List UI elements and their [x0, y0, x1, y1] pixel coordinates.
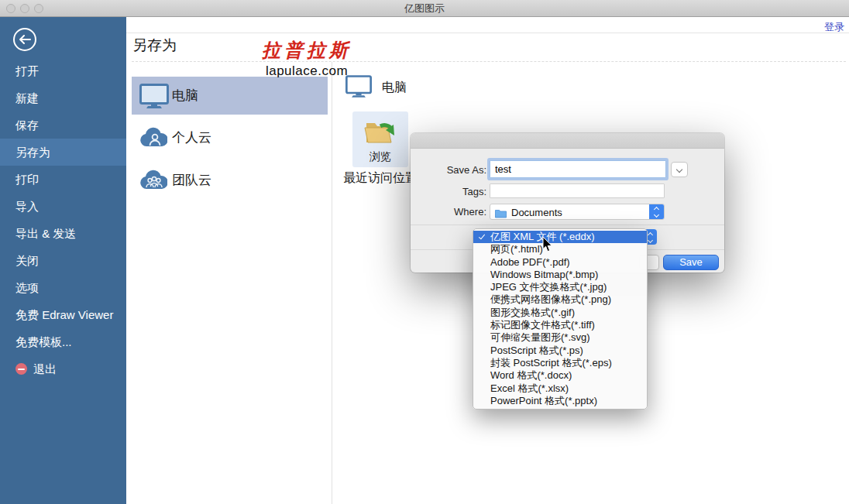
- title-bar: 亿图图示: [0, 0, 849, 17]
- sidebar-item-label: 关闭: [15, 247, 39, 274]
- format-option-label: PostScript 格式(*.ps): [490, 345, 583, 356]
- file-format-menu: 亿图 XML 文件 (*.eddx) 网页(*.html) Adobe PDF(…: [473, 228, 648, 410]
- sidebar-item-free-viewer[interactable]: 免费 Edraw Viewer: [0, 301, 126, 328]
- sidebar-item-print[interactable]: 打印: [0, 166, 126, 193]
- watermark-text-cn: 拉普拉斯: [241, 38, 373, 63]
- format-option-label: JPEG 文件交换格式(*.jpg): [490, 281, 607, 293]
- sidebar-item-save-as[interactable]: 另存为: [0, 139, 126, 166]
- panel-divider: [332, 62, 332, 504]
- location-item-computer[interactable]: 电脑: [132, 77, 328, 115]
- format-option-label: 网页(*.html): [490, 243, 543, 255]
- format-option-docx[interactable]: Word 格式(*.docx): [473, 369, 647, 382]
- sidebar-item-label: 退出: [33, 355, 57, 382]
- location-item-team-cloud[interactable]: 团队云: [132, 162, 328, 197]
- where-select[interactable]: Documents: [490, 204, 665, 220]
- format-option-label: Adobe PDF(*.pdf): [490, 256, 570, 268]
- save-as-label: Save As:: [412, 164, 486, 176]
- sidebar-item-label: 打印: [15, 166, 39, 193]
- expand-dialog-button[interactable]: [671, 162, 688, 177]
- format-option-png[interactable]: 便携式网络图像格式(*.png): [473, 293, 647, 306]
- sidebar-item-label: 另存为: [15, 139, 50, 166]
- tags-label: Tags:: [412, 186, 486, 197]
- location-label: 电脑: [172, 87, 198, 105]
- format-option-xlsx[interactable]: Excel 格式(*.xlsx): [473, 382, 647, 395]
- sidebar-item-close[interactable]: 关闭: [0, 247, 126, 274]
- team-cloud-icon: [139, 170, 172, 190]
- dialog-title-bar: [411, 133, 724, 149]
- sidebar-item-label: 免费模板...: [15, 328, 72, 355]
- location-item-personal-cloud[interactable]: 个人云: [132, 119, 328, 155]
- window-title: 亿图图示: [0, 0, 849, 17]
- sidebar-item-save[interactable]: 保存: [0, 111, 126, 139]
- sidebar-item-open[interactable]: 打开: [0, 57, 126, 84]
- header-divider: [126, 33, 849, 33]
- sidebar-item-quit[interactable]: 退出: [0, 355, 126, 382]
- sidebar-item-label: 打开: [15, 57, 39, 84]
- sidebar-item-label: 新建: [15, 84, 39, 111]
- format-option-pdf[interactable]: Adobe PDF(*.pdf): [473, 256, 647, 269]
- sidebar-item-free-templates[interactable]: 免费模板...: [0, 328, 126, 355]
- page-title: 另存为: [132, 36, 177, 56]
- save-button[interactable]: Save: [663, 255, 719, 270]
- format-option-label: Word 格式(*.docx): [490, 369, 572, 381]
- format-option-bmp[interactable]: Windows Bitmap(*.bmp): [473, 269, 647, 281]
- watermark-text-url: lapulace.com: [241, 63, 373, 79]
- format-option-label: Windows Bitmap(*.bmp): [490, 269, 598, 280]
- sidebar-item-label: 保存: [15, 111, 39, 139]
- where-value: Documents: [511, 207, 562, 218]
- sidebar-item-export-send[interactable]: 导出 & 发送: [0, 220, 126, 247]
- sidebar-item-options[interactable]: 选项: [0, 274, 126, 301]
- format-option-svg[interactable]: 可伸缩矢量图形(*.svg): [473, 331, 647, 344]
- app-window: 亿图图示 打开 新建 保存 另存为 打印 导入 导出 & 发送 关闭 选项 免费…: [0, 0, 849, 504]
- format-option-label: 标记图像文件格式(*.tiff): [490, 319, 595, 331]
- stepper-icon: [649, 204, 664, 219]
- format-option-html[interactable]: 网页(*.html): [473, 243, 647, 255]
- browse-button-label: 浏览: [352, 150, 408, 164]
- format-option-eddx[interactable]: 亿图 XML 文件 (*.eddx): [473, 231, 647, 243]
- checkmark-icon: [479, 233, 485, 240]
- dialog-divider: [411, 225, 724, 225]
- recent-locations-label: 最近访问位置: [343, 170, 418, 187]
- format-option-label: Excel 格式(*.xlsx): [490, 382, 569, 394]
- sidebar-item-label: 导出 & 发送: [15, 220, 76, 247]
- login-link[interactable]: 登录: [824, 20, 844, 34]
- tags-input[interactable]: [490, 183, 665, 198]
- mouse-cursor-icon: [542, 237, 553, 255]
- personal-cloud-icon: [139, 127, 172, 147]
- computer-icon: [139, 84, 172, 108]
- browse-button[interactable]: 浏览: [352, 111, 408, 167]
- computer-section-label: 电脑: [382, 80, 407, 96]
- title-divider: [132, 61, 846, 62]
- sidebar-item-label: 选项: [15, 274, 39, 301]
- location-label: 团队云: [172, 171, 211, 189]
- sidebar-item-new[interactable]: 新建: [0, 84, 126, 111]
- sidebar: 打开 新建 保存 另存为 打印 导入 导出 & 发送 关闭 选项 免费 Edra…: [0, 17, 126, 504]
- sidebar-item-import[interactable]: 导入: [0, 193, 126, 220]
- format-option-label: 可伸缩矢量图形(*.svg): [490, 331, 590, 343]
- back-arrow-icon: [19, 35, 31, 44]
- format-option-label: 封装 PostScript 格式(*.eps): [490, 357, 612, 369]
- sidebar-item-label: 导入: [15, 193, 39, 220]
- format-option-label: 图形交换格式(*.gif): [490, 307, 575, 318]
- format-option-label: PowerPoint 格式(*.pptx): [490, 395, 597, 406]
- sidebar-item-label: 免费 Edraw Viewer: [15, 301, 113, 328]
- format-option-pptx[interactable]: PowerPoint 格式(*.pptx): [473, 395, 647, 407]
- format-option-gif[interactable]: 图形交换格式(*.gif): [473, 307, 647, 319]
- format-option-eps[interactable]: 封装 PostScript 格式(*.eps): [473, 357, 647, 369]
- format-option-jpg[interactable]: JPEG 文件交换格式(*.jpg): [473, 281, 647, 293]
- where-label: Where:: [412, 206, 486, 218]
- save-as-input[interactable]: [490, 160, 666, 178]
- back-button[interactable]: [13, 28, 36, 51]
- format-option-label: 便携式网络图像格式(*.png): [490, 293, 611, 305]
- format-option-ps[interactable]: PostScript 格式(*.ps): [473, 345, 647, 357]
- folder-icon: [495, 207, 507, 221]
- format-option-tiff[interactable]: 标记图像文件格式(*.tiff): [473, 319, 647, 331]
- chevron-down-icon: [676, 166, 682, 173]
- browse-folder-icon: [363, 117, 397, 146]
- sidebar-nav: 打开 新建 保存 另存为 打印 导入 导出 & 发送 关闭 选项 免费 Edra…: [0, 57, 126, 382]
- quit-icon: [15, 363, 27, 375]
- location-label: 个人云: [172, 129, 211, 146]
- watermark: 拉普拉斯 lapulace.com: [241, 38, 373, 79]
